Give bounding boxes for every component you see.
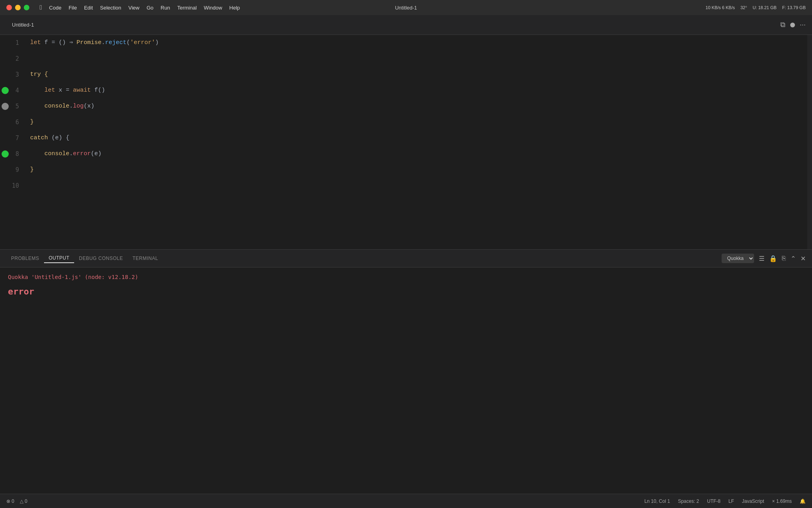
line-number-7: 7 <box>0 130 24 146</box>
code-token: ( <box>126 35 130 51</box>
tab-debug-console[interactable]: DEBUG CONSOLE <box>74 254 128 263</box>
scrollbar-right[interactable] <box>807 35 812 249</box>
code-token: let <box>44 83 55 98</box>
statusbar-left: ⊗ 0 △ 0 <box>6 498 27 504</box>
close-button[interactable] <box>6 5 12 10</box>
code-line-3: try { <box>24 67 807 83</box>
storage-f: F: 13.79 GB <box>782 5 806 10</box>
code-token: error <box>73 146 91 162</box>
minimize-button[interactable] <box>15 5 21 10</box>
line-number-10: 10 <box>0 178 24 194</box>
status-encoding[interactable]: UTF-8 <box>707 498 720 504</box>
panel-close-icon[interactable]: ✕ <box>801 255 806 262</box>
quokka-dropdown[interactable]: Quokka <box>722 254 754 263</box>
menu-terminal[interactable]: Terminal <box>177 5 197 11</box>
line-number-3: 3 <box>0 67 24 83</box>
menu-window[interactable]: Window <box>204 5 222 11</box>
status-warnings[interactable]: △ 0 <box>20 498 27 504</box>
code-line-4: let x = await f() <box>24 83 807 98</box>
code-token: . <box>69 98 73 114</box>
code-token: f = () <box>41 35 69 51</box>
statusbar-right: Ln 10, Col 1 Spaces: 2 UTF-8 LF JavaScri… <box>644 498 806 504</box>
code-token: let <box>30 35 41 51</box>
code-token: (x) <box>84 98 94 114</box>
panel-lock-icon[interactable]: 🔒 <box>769 255 777 262</box>
status-position[interactable]: Ln 10, Col 1 <box>644 498 670 504</box>
tab-output[interactable]: OUTPUT <box>44 254 74 263</box>
editor: 12345678910 let f = () ⇒ Promise.reject(… <box>0 35 812 249</box>
more-actions-icon[interactable]: ··· <box>800 21 806 29</box>
editor-tab[interactable]: Untitled-1 <box>6 19 40 30</box>
code-token: (e) { <box>48 130 69 146</box>
maximize-button[interactable] <box>24 5 29 10</box>
output-line-1: Quokka 'Untitled-1.js' (node: v12.18.2) <box>8 274 804 280</box>
panel-clear-icon[interactable]: ☰ <box>759 255 764 262</box>
tab-terminal[interactable]: TERMINAL <box>128 254 163 263</box>
panel-copy-icon[interactable]: ⎘ <box>782 255 786 262</box>
menu-file[interactable]: File <box>69 5 77 11</box>
code-line-2 <box>24 51 807 67</box>
output-line-2: error <box>8 287 804 296</box>
code-line-7: catch (e) { <box>24 130 807 146</box>
menu-help[interactable]: Help <box>229 5 240 11</box>
network-stats: 10 KB/s 6 KB/s <box>706 5 735 10</box>
code-line-6: } <box>24 114 807 130</box>
menubar-left:  Code File Edit Selection View Go Run T… <box>6 4 240 11</box>
line-number-9: 9 <box>0 162 24 178</box>
code-line-5: console.log(x) <box>24 98 807 114</box>
line-number-4: 4 <box>0 83 24 98</box>
menu-edit[interactable]: Edit <box>84 5 93 11</box>
notifications-icon[interactable]: 🔔 <box>800 498 806 504</box>
status-perf: × 1.69ms <box>772 498 792 504</box>
code-token: console <box>30 98 69 114</box>
menu-go[interactable]: Go <box>147 5 153 11</box>
tab-problems[interactable]: PROBLEMS <box>6 254 44 263</box>
code-area[interactable]: let f = () ⇒ Promise.reject('error')try … <box>24 35 807 249</box>
breakpoint-5[interactable] <box>2 103 9 110</box>
status-spaces[interactable]: Spaces: 2 <box>678 498 699 504</box>
split-editor-icon[interactable]: ⧉ <box>780 21 785 29</box>
tabbar: Untitled-1 ⧉ ··· <box>0 15 812 35</box>
output-panel: Quokka 'Untitled-1.js' (node: v12.18.2) … <box>0 267 812 381</box>
status-line-ending[interactable]: LF <box>728 498 734 504</box>
statusbar: ⊗ 0 △ 0 Ln 10, Col 1 Spaces: 2 UTF-8 LF … <box>0 494 812 508</box>
code-token: (e) <box>91 146 102 162</box>
breakpoint-4[interactable] <box>2 87 9 94</box>
panel-actions: Quokka ☰ 🔒 ⎘ ⌃ ✕ <box>722 254 806 263</box>
breakpoint-8[interactable] <box>2 150 9 158</box>
code-line-9: } <box>24 162 807 178</box>
line-number-2: 2 <box>0 51 24 67</box>
menubar:  Code File Edit Selection View Go Run T… <box>0 0 812 15</box>
code-token: . <box>102 35 105 51</box>
line-number-5: 5 <box>0 98 24 114</box>
storage-u: U: 18.21 GB <box>753 5 777 10</box>
code-token: x = <box>55 83 73 98</box>
code-token: } <box>30 114 34 130</box>
code-token: { <box>41 67 48 83</box>
code-token: } <box>30 162 34 178</box>
code-token: ⇒ <box>69 35 73 51</box>
status-errors[interactable]: ⊗ 0 <box>6 498 14 504</box>
code-token: catch <box>30 130 48 146</box>
status-language[interactable]: JavaScript <box>742 498 764 504</box>
menu-code[interactable]: Code <box>49 5 61 11</box>
apple-logo:  <box>40 4 42 11</box>
menubar-right: 10 KB/s 6 KB/s 32° U: 18.21 GB F: 13.79 … <box>706 5 806 10</box>
code-line-1: let f = () ⇒ Promise.reject('error') <box>24 35 807 51</box>
line-number-8: 8 <box>0 146 24 162</box>
code-line-8: console.error(e) <box>24 146 807 162</box>
menu-run[interactable]: Run <box>161 5 170 11</box>
code-token <box>30 83 44 98</box>
circle-dot-icon <box>790 23 795 27</box>
code-token: f() <box>91 83 105 98</box>
menu-selection[interactable]: Selection <box>100 5 121 11</box>
panel-tabbar: PROBLEMS OUTPUT DEBUG CONSOLE TERMINAL Q… <box>0 249 812 267</box>
traffic-lights <box>6 5 29 10</box>
code-token: 'error' <box>130 35 155 51</box>
line-numbers: 12345678910 <box>0 35 24 249</box>
panel-chevron-up-icon[interactable]: ⌃ <box>791 255 796 262</box>
code-token: reject <box>105 35 126 51</box>
code-token: log <box>73 98 84 114</box>
menu-view[interactable]: View <box>128 5 140 11</box>
code-token: try <box>30 67 41 83</box>
